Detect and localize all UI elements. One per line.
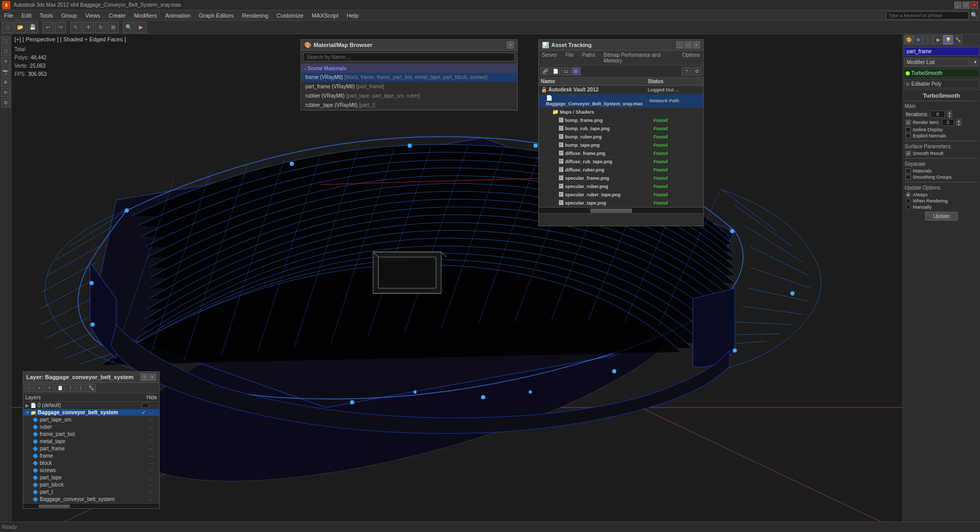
layer-row-block[interactable]: 🔷 block --- bbox=[23, 460, 159, 467]
at-row-img-10[interactable]: 🖼 specular_tape.png Found bbox=[539, 199, 703, 207]
object-name-field[interactable]: part_frame bbox=[904, 47, 979, 56]
menu-graph-editors[interactable]: Graph Editors bbox=[195, 11, 238, 20]
asset-tracking-header[interactable]: 📊 Asset Tracking _ □ × bbox=[539, 40, 703, 51]
layer-row-part-tape-sm[interactable]: 🔷 part_tape_sm --- bbox=[23, 416, 159, 424]
layers-close-btn[interactable]: × bbox=[149, 373, 156, 381]
at-row-img-1[interactable]: 🖼 bump_rub_tape.png Found bbox=[539, 124, 703, 133]
display-btn[interactable]: 💡 bbox=[943, 35, 953, 44]
layers-panel-header[interactable]: Layer: Baggage_conveyor_belt_system ? × bbox=[23, 372, 159, 383]
ts-iterations-input[interactable] bbox=[930, 111, 945, 118]
ts-iter-up[interactable]: ▲ bbox=[947, 111, 952, 114]
layer-row-part-tape[interactable]: 🔷 part_tape --- bbox=[23, 474, 159, 481]
ts-materials-checkbox[interactable] bbox=[906, 168, 911, 174]
layer-row-part-t[interactable]: 🔷 part_t --- bbox=[23, 489, 159, 496]
material-search-input[interactable] bbox=[303, 53, 515, 61]
layer-row-baggage2[interactable]: 🔷 Baggage_conveyor_belt_system --- bbox=[23, 496, 159, 503]
layer-row-default[interactable]: ▶ 📄 0 (default) --- bbox=[23, 402, 159, 409]
layers-btn-2[interactable]: + bbox=[45, 384, 54, 392]
layer-row-baggage[interactable]: ▼ 📁 Baggage_conveyor_belt_system ✓ --- bbox=[23, 409, 159, 416]
maximize-button[interactable]: □ bbox=[962, 2, 970, 9]
material-item-1[interactable]: part_frame (VRayMtl) [part_frame] bbox=[301, 82, 517, 91]
material-browser-header[interactable]: 🎨 Material/Map Browser × bbox=[301, 40, 517, 51]
minimize-button[interactable]: _ bbox=[954, 2, 961, 9]
layer-row-part-frame[interactable]: 🔷 part_frame --- bbox=[23, 445, 159, 452]
ts-isoline-checkbox[interactable] bbox=[906, 127, 911, 132]
ts-always-radio[interactable] bbox=[906, 192, 911, 197]
ts-whenrender-radio[interactable] bbox=[906, 198, 911, 204]
layers-scrollbar[interactable] bbox=[23, 503, 159, 508]
menu-rendering[interactable]: Rendering bbox=[238, 11, 273, 20]
menu-customize[interactable]: Customize bbox=[272, 11, 307, 20]
at-btn-3[interactable]: 🗂 bbox=[561, 67, 570, 75]
viewport[interactable]: [+] [ Perspective ] [ Shaded + Edged Fac… bbox=[11, 34, 903, 532]
layer-row-metal-tape[interactable]: 🔷 metal_tape --- bbox=[23, 438, 159, 445]
at-menu-file[interactable]: File bbox=[563, 52, 575, 64]
material-browser-close[interactable]: × bbox=[507, 41, 514, 49]
cameras-button[interactable]: 📷 bbox=[1, 67, 10, 76]
layers-scroll-thumb[interactable] bbox=[39, 505, 70, 508]
ts-smooth-checkbox[interactable] bbox=[906, 151, 911, 156]
search-button[interactable]: 🔍 bbox=[971, 12, 978, 19]
at-menu-server[interactable]: Server bbox=[540, 52, 559, 64]
menu-file[interactable]: File bbox=[0, 11, 18, 20]
menu-group[interactable]: Group bbox=[57, 11, 81, 20]
layer-row-frame-part-bot[interactable]: 🔷 frame_part_bot --- bbox=[23, 431, 159, 438]
layers-btn-0[interactable]: ⬛ bbox=[24, 384, 34, 392]
menu-views[interactable]: Views bbox=[81, 11, 104, 20]
space-warps-button[interactable]: ≋ bbox=[1, 88, 10, 97]
at-row-img-4[interactable]: 🖼 diffuse_frame.png Found bbox=[539, 149, 703, 158]
layers-btn-5[interactable]: ⤵ bbox=[76, 384, 85, 392]
menu-edit[interactable]: Edit bbox=[18, 11, 36, 20]
menu-modifiers[interactable]: Modifiers bbox=[130, 11, 161, 20]
at-menu-options[interactable]: Options bbox=[680, 52, 702, 64]
menu-animation[interactable]: Animation bbox=[161, 11, 195, 20]
new-button[interactable]: □ bbox=[2, 22, 13, 33]
at-row-img-3[interactable]: 🖼 bump_tape.png Found bbox=[539, 141, 703, 149]
ts-riter-down[interactable]: ▼ bbox=[956, 122, 961, 126]
ts-iter-down[interactable]: ▼ bbox=[947, 114, 952, 118]
at-row-img-2[interactable]: 🖼 bump_ruber.png Found bbox=[539, 133, 703, 141]
layers-btn-3[interactable]: 📋 bbox=[55, 384, 65, 392]
select-button[interactable]: ↖ bbox=[70, 22, 82, 33]
at-settings-btn[interactable]: ⚙ bbox=[692, 67, 702, 75]
close-button[interactable]: × bbox=[971, 2, 978, 9]
ts-riter-up[interactable]: ▲ bbox=[956, 119, 961, 122]
systems-button[interactable]: ⚙ bbox=[1, 98, 10, 107]
motion-btn[interactable]: ▶ bbox=[934, 35, 943, 44]
modifier-panel-btn[interactable]: ⊕ bbox=[914, 35, 923, 44]
win-controls[interactable]: _ □ × bbox=[954, 2, 978, 9]
at-row-img-8[interactable]: 🖼 specular_ruber.png Found bbox=[539, 182, 703, 191]
open-button[interactable]: 📂 bbox=[14, 22, 26, 33]
at-btn-4[interactable]: ⊞ bbox=[571, 67, 581, 75]
rotate-button[interactable]: ↻ bbox=[95, 22, 106, 33]
at-scroll-thumb[interactable] bbox=[590, 209, 632, 213]
lights-button[interactable]: ☀ bbox=[1, 57, 10, 66]
at-btn-2[interactable]: 📄 bbox=[551, 67, 560, 75]
hierarchy-btn[interactable]: ⬛ bbox=[924, 35, 933, 44]
layer-row-ruber[interactable]: 🔷 ruber --- bbox=[23, 424, 159, 431]
render-button[interactable]: ▶ bbox=[135, 22, 147, 33]
at-row-max-file[interactable]: 📄 Baggage_Conveyor_Belt_System_vray.max … bbox=[539, 94, 703, 108]
at-help-btn[interactable]: ? bbox=[682, 67, 691, 75]
at-scrollbar[interactable] bbox=[539, 207, 703, 213]
zoom-button[interactable]: 🔍 bbox=[123, 22, 134, 33]
at-btn-1[interactable]: 🔗 bbox=[540, 67, 550, 75]
layer-vis-default[interactable] bbox=[142, 403, 149, 408]
at-row-img-5[interactable]: 🖼 diffuse_rub_tape.png Found bbox=[539, 158, 703, 166]
create-shapes-button[interactable]: ⬡ bbox=[1, 46, 10, 56]
asset-tracking-close[interactable]: × bbox=[693, 41, 700, 49]
at-row-img-6[interactable]: 🖼 diffuse_ruber.png Found bbox=[539, 166, 703, 174]
modifier-turbosm[interactable]: TurboSmooth bbox=[904, 69, 979, 77]
layer-row-frame[interactable]: 🔷 frame --- bbox=[23, 452, 159, 460]
menu-help[interactable]: Help bbox=[343, 11, 363, 20]
at-row-img-0[interactable]: 🖼 bump_frame.png Found bbox=[539, 116, 703, 124]
modifier-list-dropdown[interactable]: Modifier List bbox=[904, 58, 971, 67]
ts-update-button[interactable]: Update bbox=[925, 212, 957, 221]
scale-button[interactable]: ⊞ bbox=[107, 22, 119, 33]
layers-btn-1[interactable]: × bbox=[35, 384, 44, 392]
at-row-img-9[interactable]: 🖼 specular_ruber_tape.png Found bbox=[539, 191, 703, 199]
helpers-button[interactable]: ⊕ bbox=[1, 77, 10, 87]
ts-explicit-checkbox[interactable] bbox=[906, 133, 911, 138]
ts-renderiter-checkbox[interactable] bbox=[906, 120, 911, 125]
at-menu-paths[interactable]: Paths bbox=[580, 52, 598, 64]
